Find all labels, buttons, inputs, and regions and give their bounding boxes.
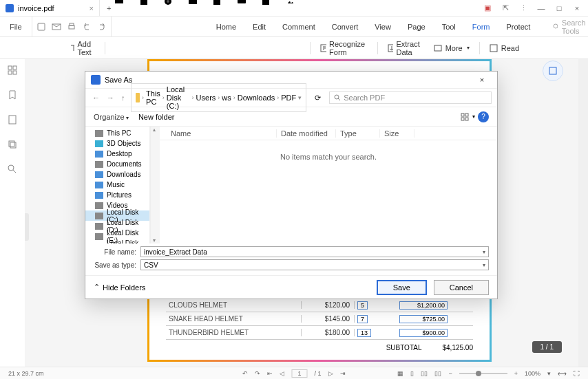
folder-icon — [95, 223, 103, 230]
tree-item[interactable]: Music — [85, 180, 149, 190]
svg-rect-31 — [461, 118, 464, 120]
tree-label: Documents — [107, 160, 142, 168]
save-button[interactable]: Save — [377, 280, 427, 295]
empty-message: No items match your search. — [160, 140, 497, 243]
tree-label: This PC — [107, 129, 132, 137]
filename-label: File name: — [94, 248, 140, 256]
dialog-nav: ← → ↑ ›This PC ›Local Disk (C:) ›Users ›… — [85, 88, 497, 107]
folder-icon — [95, 171, 103, 178]
hide-folders-button[interactable]: ⌃ Hide Folders — [94, 283, 145, 292]
back-icon[interactable]: ← — [91, 94, 101, 102]
tree-label: 3D Objects — [107, 140, 140, 147]
forward-icon[interactable]: → — [105, 94, 116, 102]
folder-icon — [95, 202, 103, 209]
col-date[interactable]: Date modified — [277, 129, 336, 138]
tree-item[interactable]: This PC — [85, 128, 149, 138]
dialog-title: Save As — [105, 76, 132, 84]
new-folder-button[interactable]: New folder — [138, 113, 175, 121]
dialog-fields: File name: invoice_Extract Data Save as … — [85, 243, 497, 275]
filename-input[interactable]: invoice_Extract Data — [140, 246, 489, 257]
folder-icon — [95, 151, 103, 158]
dialog-body: This PC3D ObjectsDesktopDocumentsDownloa… — [85, 127, 497, 243]
folder-icon — [95, 233, 103, 240]
dialog-toolbar: Organize New folder ▾ ? — [85, 107, 497, 127]
tree-label: Downloads — [107, 171, 140, 178]
search-placeholder: Search PDF — [344, 94, 385, 102]
col-type[interactable]: Type — [336, 129, 380, 138]
bc-segment[interactable]: Local Disk (C:) — [167, 85, 190, 110]
search-input[interactable]: Search PDF — [329, 91, 492, 104]
tree-label: Music — [107, 181, 125, 188]
view-mode-icon[interactable] — [460, 112, 470, 122]
dialog-backdrop: Save As × ← → ↑ ›This PC ›Local Disk (C:… — [0, 0, 588, 379]
folder-icon — [136, 93, 140, 102]
folder-icon — [95, 213, 103, 219]
view-dropdown-icon[interactable]: ▾ — [472, 113, 475, 120]
bc-segment[interactable]: Users — [196, 94, 216, 102]
column-headers: Name Date modified Type Size — [160, 127, 497, 140]
folder-icon — [95, 140, 103, 147]
tree-item[interactable]: Pictures — [85, 190, 149, 200]
dialog-close-button[interactable]: × — [472, 76, 492, 84]
folder-icon — [95, 182, 103, 188]
bc-segment[interactable]: PDF — [281, 94, 296, 102]
file-list: Name Date modified Type Size No items ma… — [160, 127, 497, 243]
tree-item[interactable]: Downloads — [85, 169, 149, 180]
tree-label: Desktop — [107, 150, 132, 158]
help-icon[interactable]: ? — [478, 111, 489, 122]
bc-segment[interactable]: ws — [222, 94, 231, 102]
svg-rect-30 — [465, 113, 468, 116]
bc-segment[interactable]: This PC — [146, 89, 160, 106]
dialog-footer: ⌃ Hide Folders Save Cancel — [85, 275, 497, 299]
folder-tree: This PC3D ObjectsDesktopDocumentsDownloa… — [85, 127, 150, 243]
col-name[interactable]: Name — [167, 129, 277, 138]
save-as-dialog: Save As × ← → ↑ ›This PC ›Local Disk (C:… — [85, 71, 498, 299]
tree-scrollbar[interactable] — [150, 127, 160, 243]
cancel-button[interactable]: Cancel — [434, 280, 489, 295]
folder-icon — [95, 130, 103, 137]
hide-folders-label: Hide Folders — [103, 283, 145, 292]
app-icon — [91, 75, 101, 85]
tree-item[interactable]: Documents — [85, 159, 149, 169]
svg-rect-32 — [465, 118, 468, 120]
bc-segment[interactable]: Downloads — [238, 94, 275, 102]
col-size[interactable]: Size — [380, 129, 414, 138]
refresh-icon[interactable]: ⟳ — [311, 94, 325, 102]
svg-rect-29 — [461, 113, 464, 116]
chevron-up-icon: ⌃ — [94, 283, 100, 292]
tree-item[interactable]: Desktop — [85, 149, 149, 159]
savetype-label: Save as type: — [94, 261, 140, 269]
tree-item[interactable]: 3D Objects — [85, 138, 149, 149]
folder-icon — [95, 161, 103, 168]
organize-button[interactable]: Organize — [94, 113, 129, 121]
up-icon[interactable]: ↑ — [120, 94, 127, 102]
folder-icon — [95, 192, 103, 199]
savetype-select[interactable]: CSV — [140, 259, 489, 270]
tree-label: Pictures — [107, 191, 132, 199]
